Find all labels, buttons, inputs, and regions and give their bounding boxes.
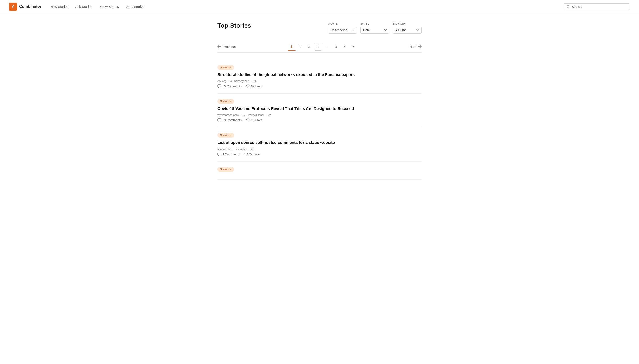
story-meta-0: doi.org · nobody9999 · 2h	[217, 79, 422, 83]
filter-order-in-label: Order In	[328, 22, 357, 25]
story-author-0: nobody9999	[234, 79, 250, 83]
page-3-left[interactable]: 3	[305, 42, 313, 50]
story-comments-2[interactable]: 4 Comments	[217, 152, 240, 156]
story-item-2: Show HN List of open source self-hosted …	[217, 128, 422, 162]
story-title-0: Structural studies of the global network…	[217, 72, 422, 78]
story-actions-0: 19 Comments 62 Likes	[217, 84, 422, 88]
show-only-select[interactable]: All Time Today This Week This Month	[393, 26, 422, 34]
heart-icon-0	[246, 84, 250, 88]
page-title: Top Stories	[217, 22, 251, 29]
svg-rect-6	[218, 153, 221, 155]
svg-rect-2	[218, 85, 221, 87]
filter-sort-by-label: Sort By	[360, 22, 389, 25]
nav-item-new-stories[interactable]: New Stories	[50, 5, 68, 8]
heart-icon-2	[244, 152, 248, 156]
filter-show-only: Show Only All Time Today This Week This …	[393, 22, 422, 34]
svg-point-3	[243, 114, 244, 115]
page-selected-box[interactable]: 1	[314, 42, 322, 50]
logo-wrapper[interactable]: Y Combinator	[9, 3, 42, 11]
story-source-2[interactable]: lisakov.com	[217, 148, 232, 151]
story-actions-1: 13 Comments 26 Likes	[217, 118, 422, 122]
page-2[interactable]: 2	[296, 42, 304, 50]
logo-letter: Y	[11, 4, 14, 9]
story-meta-1: www.forbes.com · AndrewBissell · 2h	[217, 113, 422, 116]
story-tag-0: Show HN	[217, 65, 234, 70]
page-4[interactable]: 4	[341, 42, 349, 50]
comment-icon-2	[217, 152, 221, 156]
story-source-1[interactable]: www.forbes.com	[217, 113, 238, 116]
story-item-3: Show HN	[217, 162, 422, 180]
sort-by-select[interactable]: Date Score Comments	[360, 26, 389, 34]
next-button[interactable]: Next	[409, 45, 422, 48]
logo-text: Combinator	[19, 4, 42, 9]
story-tag-2: Show HN	[217, 133, 234, 138]
story-actions-2: 4 Comments 24 Likes	[217, 152, 422, 156]
story-time-0: 2h	[254, 79, 257, 83]
story-item-1: Show HN Covid-19 Vaccine Protocols Revea…	[217, 94, 422, 128]
filter-show-only-label: Show Only	[393, 22, 422, 25]
user-icon-2	[236, 148, 239, 150]
story-time-2: 2h	[251, 148, 254, 151]
main-nav: New Stories Ask Stories Show Stories Job…	[50, 5, 563, 8]
svg-point-5	[237, 148, 238, 149]
story-likes-2[interactable]: 24 Likes	[244, 152, 261, 156]
search-icon	[566, 5, 570, 8]
user-icon-1	[242, 114, 245, 116]
svg-point-1	[231, 80, 232, 81]
order-in-select[interactable]: Ascending Descending	[328, 26, 357, 34]
story-likes-0[interactable]: 62 Likes	[246, 84, 262, 88]
heart-icon-1	[246, 118, 250, 122]
story-comments-1[interactable]: 13 Comments	[217, 118, 242, 122]
story-author-2: nuker	[240, 148, 248, 151]
filter-order-in: Order In Ascending Descending	[328, 22, 357, 34]
story-item-0: Show HN Structural studies of the global…	[217, 60, 422, 94]
story-tag-1: Show HN	[217, 99, 234, 104]
page-1-active[interactable]: 1	[287, 42, 295, 50]
story-tag-3: Show HN	[217, 167, 234, 172]
page-3-right[interactable]: 3	[332, 42, 340, 50]
search-wrapper	[563, 3, 630, 10]
pagination-pages: 1 2 3 1 ... 3 4 5	[287, 42, 358, 50]
arrow-left-icon	[217, 45, 221, 48]
story-time-1: 2h	[268, 113, 271, 116]
comment-icon-1	[217, 118, 221, 122]
main-content: Top Stories Order In Ascending Descendin…	[213, 13, 426, 188]
page-5[interactable]: 5	[350, 42, 358, 50]
story-title-2: List of open source self-hosted comments…	[217, 140, 422, 146]
filters: Order In Ascending Descending Sort By Da…	[328, 22, 422, 34]
previous-button[interactable]: Previous	[217, 45, 236, 48]
story-author-1: AndrewBissell	[246, 113, 265, 116]
nav-item-jobs-stories[interactable]: Jobs Stories	[126, 5, 144, 8]
search-input[interactable]	[572, 5, 627, 8]
nav-item-ask-stories[interactable]: Ask Stories	[76, 5, 92, 8]
header: Y Combinator New Stories Ask Stories Sho…	[0, 0, 639, 13]
user-icon-0	[230, 80, 233, 83]
story-source-0[interactable]: doi.org	[217, 79, 226, 83]
svg-rect-4	[218, 118, 221, 121]
comment-icon-0	[217, 84, 221, 88]
logo-box: Y	[9, 3, 17, 11]
story-meta-2: lisakov.com · nuker · 2h	[217, 148, 422, 151]
story-comments-0[interactable]: 19 Comments	[217, 84, 242, 88]
story-likes-1[interactable]: 26 Likes	[246, 118, 262, 122]
nav-item-show-stories[interactable]: Show Stories	[99, 5, 119, 8]
top-bar: Top Stories Order In Ascending Descendin…	[217, 22, 422, 34]
arrow-right-icon	[418, 45, 422, 48]
page-ellipsis: ...	[323, 42, 331, 50]
story-title-1: Covid-19 Vaccine Protocols Reveal That T…	[217, 106, 422, 112]
filter-sort-by: Sort By Date Score Comments	[360, 22, 389, 34]
pagination: Previous 1 2 3 1 ... 3 4 5 Next	[217, 41, 422, 52]
